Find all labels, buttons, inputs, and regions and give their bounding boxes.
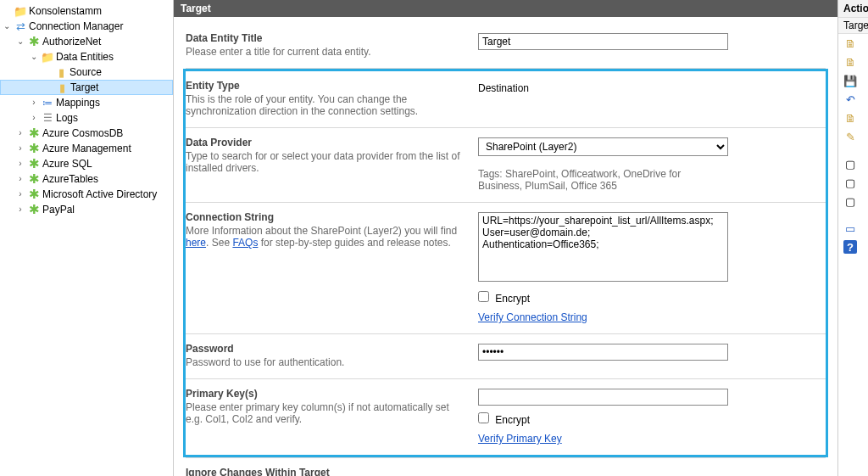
field-label: Ignore Changes Within Target: [186, 467, 463, 476]
generic-icon: ▢: [843, 157, 857, 171]
actions-item[interactable]: ✎: [838, 127, 868, 146]
data-entity-title-input[interactable]: [478, 33, 728, 50]
chevron-down-icon[interactable]: ⌄: [29, 53, 39, 61]
puzzle-icon: ✱: [27, 172, 41, 186]
tree-item-connection-manager[interactable]: ⌄ ⇄ Connection Manager: [0, 19, 173, 34]
chevron-right-icon[interactable]: ›: [15, 144, 25, 153]
database-icon: ▮: [55, 81, 69, 94]
actions-item[interactable]: ↶: [838, 90, 868, 109]
actions-item[interactable]: 🗎: [838, 53, 868, 71]
tree-item-source[interactable]: ▮ Source: [0, 64, 173, 80]
tree-label: Microsoft Active Directory: [42, 188, 157, 200]
generic-icon: ▢: [843, 194, 857, 208]
actions-item[interactable]: 🗎: [838, 109, 868, 127]
actions-item[interactable]: 💾: [838, 71, 868, 90]
connection-string-textarea[interactable]: URL=https://your_sharepoint_list_url/All…: [478, 212, 728, 282]
data-provider-select[interactable]: SharePoint (Layer2): [478, 137, 728, 156]
tree-label: Logs: [56, 112, 78, 124]
field-connection-string: Connection String More Information about…: [186, 203, 826, 334]
tree-item-data-entities[interactable]: ⌄ 📁 Data Entities: [0, 49, 173, 64]
tree-item-root[interactable]: 📁 Konsolenstamm: [0, 3, 173, 19]
field-data-provider: Data Provider Type to search for or sele…: [186, 128, 826, 203]
tree-label: AuthorizeNet: [42, 36, 101, 48]
field-description: More Information about the SharePoint (L…: [186, 225, 463, 249]
tree-item-mad[interactable]: › ✱ Microsoft Active Directory: [0, 187, 173, 202]
puzzle-icon: ✱: [27, 142, 41, 155]
window-icon: ▭: [843, 221, 857, 235]
puzzle-icon: ✱: [27, 35, 41, 48]
folder-icon: 📁: [41, 50, 54, 64]
actions-item[interactable]: ▢: [838, 192, 868, 210]
field-label: Data Entity Title: [186, 32, 463, 44]
chevron-right-icon[interactable]: ›: [15, 175, 25, 183]
field-data-entity-title: Data Entity Title Please enter a title f…: [186, 24, 826, 69]
tree-item-cosmos[interactable]: › ✱ Azure CosmosDB: [0, 126, 173, 141]
tree-label: Source: [70, 66, 102, 78]
actions-item[interactable]: 🗎: [838, 34, 868, 53]
folder-icon: 📁: [14, 4, 27, 18]
page-icon: 🗎: [843, 36, 857, 50]
tree-item-tables[interactable]: › ✱ AzureTables: [0, 171, 173, 187]
chevron-right-icon[interactable]: ›: [29, 114, 39, 122]
chevron-right-icon[interactable]: ›: [15, 129, 25, 137]
database-icon: ▮: [54, 65, 68, 79]
tree-item-mgmt[interactable]: › ✱ Azure Management: [0, 141, 173, 156]
field-password: Password Password to use for authenticat…: [186, 334, 826, 379]
encrypt-label[interactable]: Encrypt: [495, 414, 530, 426]
chevron-down-icon[interactable]: ⌄: [15, 37, 25, 46]
actions-item[interactable]: ▢: [838, 154, 868, 173]
faqs-link[interactable]: FAQs: [232, 237, 258, 249]
field-description: Please enter a title for current data en…: [186, 46, 463, 58]
save-icon: 💾: [843, 74, 857, 87]
actions-header: Actions: [838, 0, 868, 18]
puzzle-icon: ✱: [27, 188, 41, 201]
edit-icon: ✎: [843, 130, 857, 143]
form-header: Target: [174, 0, 837, 17]
puzzle-icon: ✱: [27, 157, 41, 171]
password-input[interactable]: [478, 344, 728, 361]
actions-item[interactable]: ▭: [838, 219, 868, 238]
chevron-right-icon[interactable]: ›: [29, 98, 39, 107]
chevron-down-icon[interactable]: ⌄: [2, 22, 12, 31]
tree-item-paypal[interactable]: › ✱ PayPal: [0, 202, 173, 217]
tree-panel: 📁 Konsolenstamm ⌄ ⇄ Connection Manager ⌄…: [0, 0, 174, 476]
logs-icon: ☰: [41, 111, 54, 125]
desc-text: . See: [206, 237, 232, 249]
tree-label: AzureTables: [42, 173, 98, 185]
field-description: Type to search for or select your data p…: [186, 150, 463, 174]
tree-label: PayPal: [42, 204, 75, 216]
form-panel: Target Data Entity Title Please enter a …: [174, 0, 837, 476]
field-label: Primary Key(s): [186, 388, 463, 400]
verify-connection-link[interactable]: Verify Connection String: [478, 311, 587, 323]
provider-tags: Tags: SharePoint, Officeatwork, OneDrive…: [478, 168, 724, 192]
field-description: Password to use for authentication.: [186, 356, 463, 368]
form-body: Data Entity Title Please enter a title f…: [174, 17, 837, 476]
tree-label: Azure Management: [42, 143, 131, 154]
field-label: Password: [186, 343, 463, 355]
tree-item-logs[interactable]: › ☰ Logs: [0, 110, 173, 126]
field-description: Please enter primary key column(s) if no…: [186, 401, 463, 425]
encrypt-connection-checkbox[interactable]: [478, 291, 489, 302]
tree-item-authorizenet[interactable]: ⌄ ✱ AuthorizeNet: [0, 34, 173, 49]
here-link[interactable]: here: [186, 237, 206, 249]
desc-text: for step-by-step guides and release note…: [258, 237, 450, 249]
verify-primary-key-link[interactable]: Verify Primary Key: [478, 433, 562, 445]
chevron-right-icon[interactable]: ›: [15, 205, 25, 214]
actions-subtitle: Target: [838, 18, 868, 34]
encrypt-primary-key-checkbox[interactable]: [478, 412, 489, 423]
tree-label: Azure SQL: [42, 158, 92, 170]
actions-item[interactable]: ▢: [838, 173, 868, 192]
encrypt-label[interactable]: Encrypt: [495, 293, 530, 305]
primary-key-input[interactable]: [478, 389, 728, 406]
chevron-right-icon[interactable]: ›: [15, 190, 25, 199]
tree-label: Konsolenstamm: [29, 5, 102, 17]
actions-item[interactable]: ?: [838, 238, 868, 256]
chevron-right-icon[interactable]: ›: [15, 160, 25, 168]
tree-item-mappings[interactable]: › ≔ Mappings: [0, 95, 173, 110]
desc-text: More Information about the SharePoint (L…: [186, 225, 457, 237]
undo-icon: ↶: [843, 92, 857, 106]
tree-label: Data Entities: [56, 51, 114, 63]
tree-item-target[interactable]: ▮ Target: [0, 80, 173, 95]
tree-item-sql[interactable]: › ✱ Azure SQL: [0, 156, 173, 171]
field-entity-type: Entity Type This is the role of your ent…: [186, 71, 826, 128]
